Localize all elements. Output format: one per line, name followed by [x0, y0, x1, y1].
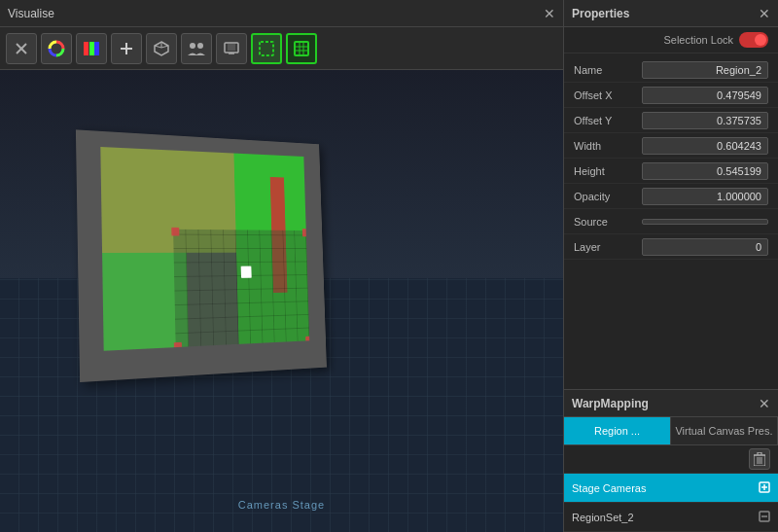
selection-lock-row: Selection Lock — [564, 27, 778, 53]
toggle-knob — [755, 34, 766, 46]
prop-row-offsety: Offset Y 0.375735 — [564, 108, 778, 133]
prop-label-width: Width — [574, 140, 642, 152]
prop-label-opacity: Opacity — [574, 191, 642, 202]
prop-value-source[interactable] — [642, 219, 768, 225]
stage-label: Cameras Stage — [238, 499, 325, 511]
warp-tab-region[interactable]: Region ... — [564, 417, 671, 444]
white-marker — [241, 266, 252, 278]
prop-value-width[interactable]: 0.604243 — [642, 137, 768, 155]
properties-close-button[interactable]: ✕ — [759, 6, 770, 21]
toolbar-add-btn[interactable] — [111, 33, 142, 64]
warp-list: Stage Cameras RegionSet_2 — [564, 474, 778, 532]
toolbar — [0, 27, 563, 70]
panel-screen — [100, 147, 309, 351]
properties-titlebar: Properties ✕ — [564, 0, 778, 27]
selection-lock-label: Selection Lock — [663, 34, 733, 46]
prop-row-layer: Layer 0 — [564, 234, 778, 260]
toolbar-bars-btn[interactable] — [76, 33, 107, 64]
left-panel: Visualise ✕ — [0, 0, 564, 532]
prop-label-offsety: Offset Y — [574, 115, 642, 126]
prop-label-layer: Layer — [574, 241, 642, 253]
properties-table: Name Region_2 Offset X 0.479549 Offset Y… — [564, 53, 778, 389]
prop-row-source: Source — [564, 209, 778, 234]
svg-rect-15 — [228, 44, 235, 51]
prop-row-height: Height 0.545199 — [564, 159, 778, 184]
prop-value-opacity[interactable]: 1.000000 — [642, 188, 768, 205]
toolbar-colorwheel-btn[interactable] — [41, 33, 72, 64]
toolbar-gridview-btn[interactable] — [286, 33, 317, 64]
prop-label-height: Height — [574, 165, 642, 177]
right-panel: Properties ✕ Selection Lock Name Region_… — [564, 0, 778, 532]
selection-lock-toggle[interactable] — [739, 32, 768, 48]
prop-row-opacity: Opacity 1.000000 — [564, 184, 778, 209]
expand-icon — [759, 480, 770, 496]
svg-rect-19 — [295, 42, 308, 55]
prop-label-name: Name — [574, 64, 642, 76]
prop-value-offsetx[interactable]: 0.479549 — [642, 87, 768, 104]
warp-tabs: Region ... Virtual Canvas Pres. — [564, 417, 778, 445]
warp-list-item-stagecameras[interactable]: Stage Cameras — [564, 474, 778, 503]
warpmapping-section: WarpMapping ✕ Region ... Virtual Canvas … — [564, 389, 778, 532]
toolbar-cube-btn[interactable] — [146, 33, 177, 64]
warpmapping-titlebar: WarpMapping ✕ — [564, 390, 778, 417]
warp-toolbar — [564, 445, 778, 474]
prop-row-name: Name Region_2 — [564, 57, 778, 83]
viewport: Cameras Stage — [0, 70, 563, 532]
screen-grid — [173, 230, 309, 347]
warp-list-item-regionset2[interactable]: RegionSet_2 — [564, 503, 778, 532]
svg-point-13 — [197, 43, 203, 49]
svg-line-11 — [155, 46, 161, 48]
warpmapping-title: WarpMapping — [572, 397, 649, 410]
svg-rect-18 — [260, 42, 273, 55]
handle-tl — [171, 228, 179, 236]
collapse-icon — [759, 510, 770, 525]
scene-container — [49, 109, 399, 401]
prop-value-layer[interactable]: 0 — [642, 238, 768, 256]
svg-line-10 — [161, 46, 168, 48]
warpmapping-close-button[interactable]: ✕ — [759, 396, 770, 411]
prop-value-offsety[interactable]: 0.375735 — [642, 112, 768, 129]
svg-point-12 — [190, 43, 195, 49]
warp-delete-button[interactable] — [749, 448, 770, 470]
toolbar-close-btn[interactable] — [6, 33, 37, 64]
visualise-close-button[interactable]: ✕ — [544, 6, 555, 21]
prop-label-source: Source — [574, 216, 642, 228]
svg-rect-5 — [94, 42, 99, 55]
svg-rect-3 — [84, 42, 88, 55]
visualise-title: Visualise — [8, 7, 54, 20]
warp-tab-virtual[interactable]: Virtual Canvas Pres. — [671, 417, 778, 444]
toolbar-people-btn[interactable] — [181, 33, 212, 64]
prop-label-offsetx: Offset X — [574, 89, 642, 101]
prop-row-width: Width 0.604243 — [564, 133, 778, 159]
prop-row-offsetx: Offset X 0.479549 — [564, 83, 778, 108]
visualise-titlebar: Visualise ✕ — [0, 0, 563, 27]
prop-value-name[interactable]: Region_2 — [642, 61, 768, 79]
svg-rect-4 — [89, 42, 94, 55]
properties-title: Properties — [572, 7, 629, 20]
prop-value-height[interactable]: 0.545199 — [642, 162, 768, 180]
toolbar-selectbox-btn[interactable] — [251, 33, 282, 64]
toolbar-screen-btn[interactable] — [216, 33, 247, 64]
